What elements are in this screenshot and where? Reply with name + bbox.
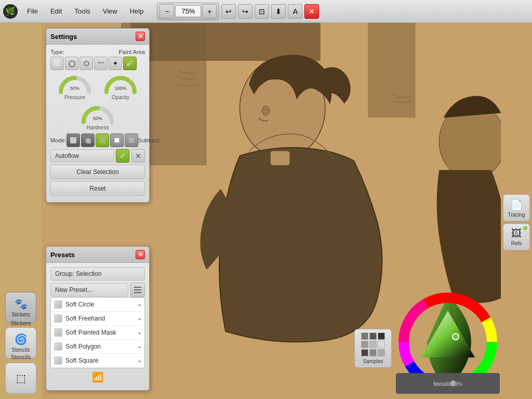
presets-panel-body: Group: Selection New Preset... Soft Circ… <box>46 263 149 390</box>
mode-row: Mode: <box>50 134 145 147</box>
svg-rect-1 <box>130 23 320 61</box>
opacity-gauge-container: 100% Opacity <box>100 73 141 100</box>
zoom-in-button[interactable]: + <box>202 4 217 19</box>
clear-selection-button[interactable]: Clear Selection <box>50 165 145 179</box>
undo-button[interactable]: ↩ <box>221 4 236 19</box>
autoflow-label: Autoflow <box>50 150 114 162</box>
preset-list: Soft Circle ▸ Soft Freehand ▸ Soft Paint… <box>50 297 145 368</box>
type-rect-button[interactable]: ⬜ <box>50 57 64 70</box>
tracing-button[interactable]: 📄 Tracing <box>503 194 530 221</box>
zoom-display: 75% <box>175 5 201 17</box>
samples-grid <box>361 332 385 356</box>
mode-subtract-button[interactable] <box>110 134 124 147</box>
mode-buttons <box>66 134 138 147</box>
stickers-icon: 🐾 <box>15 298 28 310</box>
canvas-area: 🐾 Stickers 🌀 Stencils ⬚ Settings ✕ Type:… <box>0 23 532 399</box>
preset-name-soft-square: Soft Square <box>65 357 139 364</box>
opacity-gauge[interactable]: 100% <box>102 73 139 94</box>
color-wheel-svg: Metallic 0% <box>396 290 500 394</box>
svg-rect-11 <box>70 137 76 143</box>
mode-replace-button[interactable] <box>66 134 80 147</box>
type-freehand-button[interactable]: 〰 <box>94 57 108 70</box>
preset-name-soft-painted-mask: Soft Painted Mask <box>65 329 139 336</box>
svg-rect-19 <box>134 287 141 288</box>
pressure-label: Pressure <box>64 95 85 100</box>
mode-add-button[interactable] <box>81 134 95 147</box>
text-button[interactable]: A <box>288 4 302 19</box>
type-magic-button[interactable]: ✦ <box>109 57 122 70</box>
app-logo: 🌿 <box>3 4 18 19</box>
close-button[interactable]: ✕ <box>304 4 319 19</box>
menu-help[interactable]: Help <box>125 5 149 17</box>
type-paint-button[interactable]: 🖊 <box>123 57 137 70</box>
settings-panel-body: Type: Paint Area ⬜ ◯ ⬡ 〰 ✦ 🖊 5 <box>46 45 149 202</box>
menu-view[interactable]: View <box>98 5 123 17</box>
subtract-label: Subtract <box>138 137 159 143</box>
mode-intersect-button[interactable] <box>96 134 109 147</box>
paint-area-label: Paint Area <box>118 49 145 55</box>
pressure-gauge[interactable]: 50% <box>57 73 93 94</box>
hardness-gauge[interactable]: 50% <box>79 103 116 124</box>
preset-icon-soft-painted-mask <box>54 328 62 337</box>
sample-cell-7 <box>361 349 368 356</box>
refs-label: Refs <box>511 241 522 246</box>
menu-tools[interactable]: Tools <box>69 5 95 17</box>
svg-text:100%: 100% <box>114 86 126 91</box>
stencils-label: Stencils <box>11 347 30 353</box>
presets-footer: 📶 <box>50 368 145 386</box>
type-ellipse-button[interactable]: ◯ <box>65 57 78 70</box>
menu-file[interactable]: File <box>22 5 43 17</box>
type-polygon-button[interactable]: ⬡ <box>79 57 93 70</box>
sample-cell-9 <box>378 349 385 356</box>
selection-tool-button[interactable]: ⬚ <box>5 363 36 394</box>
samples-button[interactable]: Samples <box>354 329 392 368</box>
refs-dot <box>523 226 527 230</box>
presets-close-button[interactable]: ✕ <box>136 250 145 259</box>
preset-item-soft-circle[interactable]: Soft Circle ▸ <box>51 298 144 312</box>
transform-button[interactable]: ⊡ <box>255 4 269 19</box>
svg-point-28 <box>450 380 456 387</box>
sync-icon: 📶 <box>92 371 103 383</box>
zoom-controls: − 75% + <box>157 3 219 20</box>
sample-cell-5 <box>369 341 377 348</box>
sample-cell-6 <box>378 341 385 348</box>
svg-text:Metallic 0%: Metallic 0% <box>433 381 462 387</box>
svg-point-3 <box>262 106 270 115</box>
reset-button[interactable]: Reset <box>50 181 145 196</box>
preset-name-soft-polygon: Soft Polygon <box>65 343 139 350</box>
type-label: Type: <box>50 49 64 55</box>
samples-label: Samples <box>363 358 383 364</box>
preset-item-soft-square[interactable]: Soft Square ▸ <box>51 354 144 368</box>
hardness-row: 50% Hardness <box>50 103 145 130</box>
preset-item-soft-polygon[interactable]: Soft Polygon ▸ <box>51 340 144 354</box>
color-wheel[interactable]: Metallic 0% <box>396 290 500 394</box>
svg-rect-7 <box>368 23 415 118</box>
sample-cell-4 <box>361 341 368 348</box>
autoflow-x-button[interactable]: ✕ <box>131 149 145 163</box>
mode-gray-button[interactable] <box>125 134 138 147</box>
settings-title: Settings <box>50 33 77 41</box>
zoom-out-button[interactable]: − <box>159 4 174 19</box>
stencils-text-label: Stencils <box>2 354 39 360</box>
group-selection-button[interactable]: Group: Selection <box>50 267 145 281</box>
menu-edit[interactable]: Edit <box>45 5 67 17</box>
autoflow-check-button[interactable]: ✓ <box>116 149 129 163</box>
preset-item-soft-freehand[interactable]: Soft Freehand ▸ <box>51 312 144 326</box>
type-row-labels: Type: Paint Area <box>50 49 145 55</box>
new-preset-button[interactable]: New Preset... <box>50 283 128 297</box>
refs-button[interactable]: 🖼 Refs <box>503 223 530 250</box>
left-tools-panel: 🐾 Stickers 🌀 Stencils ⬚ <box>0 23 42 399</box>
sample-cell-1 <box>361 332 368 340</box>
selection-icon: ⬚ <box>16 372 26 384</box>
export-button[interactable]: ⬇ <box>271 4 286 19</box>
stickers-button[interactable]: 🐾 Stickers <box>5 292 36 323</box>
preset-item-soft-painted-mask[interactable]: Soft Painted Mask ▸ <box>51 326 144 340</box>
redo-button[interactable]: ↪ <box>238 4 252 19</box>
autoflow-row: Autoflow ✓ ✕ <box>50 149 145 163</box>
presets-panel: Presets ✕ Group: Selection New Preset...… <box>46 246 150 391</box>
list-view-button[interactable] <box>130 283 145 297</box>
settings-panel: Settings ✕ Type: Paint Area ⬜ ◯ ⬡ 〰 ✦ 🖊 <box>46 28 150 203</box>
preset-name-soft-freehand: Soft Freehand <box>65 315 139 322</box>
settings-close-button[interactable]: ✕ <box>136 32 145 41</box>
tracing-icon: 📄 <box>510 198 523 211</box>
